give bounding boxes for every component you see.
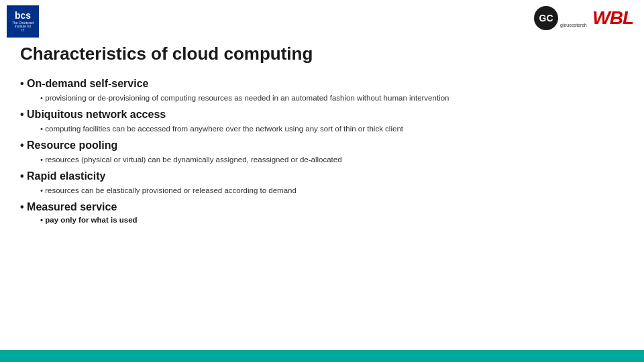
bullet-sub-on-demand: provisioning or de-provisioning of compu… xyxy=(40,93,617,103)
right-logos: GC gloucestershire college WBL xyxy=(533,5,633,31)
bullet-sub-ubiquitous: computing facilities can be accessed fro… xyxy=(40,123,617,134)
bullet-ubiquitous: Ubiquitous network access computing faci… xyxy=(20,109,617,134)
bullet-measured-service: Measured service pay only for what is us… xyxy=(20,201,617,224)
bottom-bar xyxy=(0,350,644,362)
bullet-heading-measured-service: Measured service xyxy=(20,201,617,213)
bcs-text: bcs xyxy=(15,11,31,20)
bullet-heading-resource-pooling: Resource pooling xyxy=(20,139,617,152)
bullet-rapid-elasticity: Rapid elasticity resources can be elasti… xyxy=(20,170,617,196)
bullet-sub-rapid-elasticity: resources can be elastically provisioned… xyxy=(40,185,617,196)
svg-text:GC: GC xyxy=(539,13,553,23)
bullet-heading-ubiquitous: Ubiquitous network access xyxy=(20,109,617,121)
bullet-heading-rapid-elasticity: Rapid elasticity xyxy=(20,170,617,182)
bullet-sub-resource-pooling: resources (physical or virtual) can be d… xyxy=(40,154,617,165)
bullet-on-demand: On-demand self-service provisioning or d… xyxy=(20,78,617,103)
bullet-resource-pooling: Resource pooling resources (physical or … xyxy=(20,139,617,165)
bcs-subtext: The CharteredInstitute forIT xyxy=(12,21,34,33)
top-bar: bcs The CharteredInstitute forIT GC glou… xyxy=(0,0,644,37)
main-content: Characteristics of cloud computing On-de… xyxy=(0,37,644,243)
page-title: Characteristics of cloud computing xyxy=(20,44,617,64)
gc-logo-svg: GC gloucestershire college xyxy=(533,5,587,31)
bcs-logo: bcs The CharteredInstitute forIT xyxy=(7,5,39,38)
bullet-sub-measured-service: pay only for what is used xyxy=(40,216,617,224)
wbl-logo: WBL xyxy=(592,7,633,29)
bullet-heading-on-demand: On-demand self-service xyxy=(20,78,617,90)
gc-logo: GC gloucestershire college xyxy=(533,5,587,31)
svg-text:gloucestershire college: gloucestershire college xyxy=(560,23,587,28)
